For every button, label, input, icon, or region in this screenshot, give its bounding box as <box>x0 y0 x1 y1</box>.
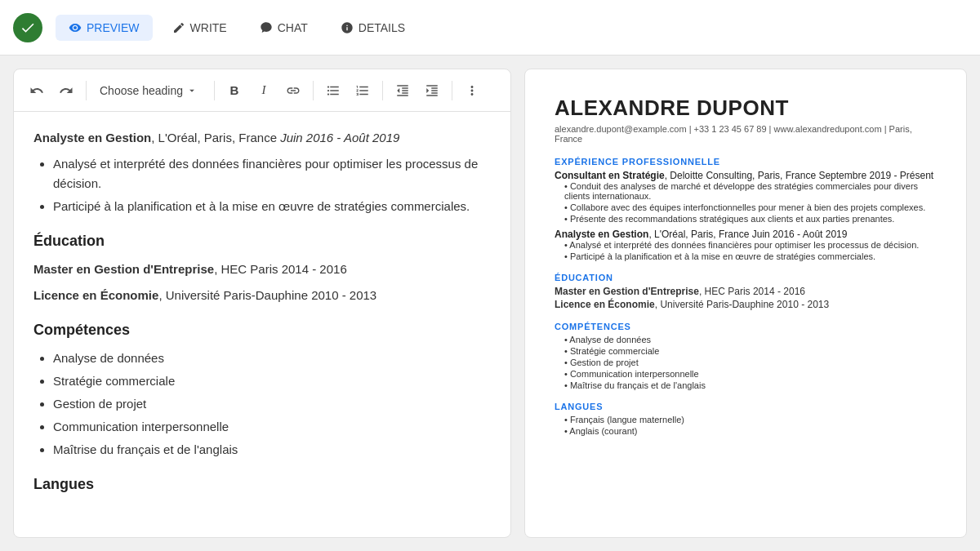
cv-bullet: Conduit des analyses de marché et dévelo… <box>555 181 937 201</box>
editor-content[interactable]: Analyste en Gestion, L'Oréal, Paris, Fra… <box>14 112 510 537</box>
indent-increase-icon <box>425 83 439 98</box>
unordered-list-icon <box>326 83 341 98</box>
top-navigation: PREVIEW WRITE CHAT DETAILS <box>0 0 980 56</box>
check-icon <box>20 20 36 36</box>
cv-skill: Analyse de données <box>555 335 937 344</box>
link-button[interactable] <box>280 78 306 104</box>
link-icon <box>286 83 301 98</box>
cv-edu-1: Master en Gestion d'Entreprise, HEC Pari… <box>555 286 937 297</box>
indent-increase-button[interactable] <box>419 78 445 104</box>
cv-job-rest-2: , L'Oréal, Paris, France Juin 2016 - Aoû… <box>648 229 847 240</box>
divider-5 <box>452 81 452 100</box>
competences-list: Analyse de données Stratégie commerciale… <box>53 349 491 460</box>
undo-button[interactable] <box>24 78 50 104</box>
degree2-rest: , Université Paris-Dauphine 2010 - 2013 <box>158 288 376 302</box>
cv-skill: Français (langue maternelle) <box>555 415 937 424</box>
cv-section-education: ÉDUCATION <box>555 273 937 282</box>
chat-tab[interactable]: CHAT <box>247 15 321 41</box>
divider-1 <box>86 81 87 100</box>
cv-edu-2: Licence en Économie, Université Paris-Da… <box>555 299 937 310</box>
list-item: Participé à la planification et à la mis… <box>53 197 491 216</box>
list-item: Stratégie commerciale <box>53 371 491 391</box>
list-item: Gestion de projet <box>53 394 491 414</box>
cv-bullet: Collabore avec des équipes interfonction… <box>555 202 937 212</box>
cv-bullet: Participé à la planification et à la mis… <box>555 251 937 261</box>
info-icon <box>341 21 354 34</box>
cv-job-rest-1: , Deloitte Consulting, Paris, France Sep… <box>665 170 934 181</box>
cv-bullet: Analysé et interprété des données financ… <box>555 240 937 250</box>
bold-button[interactable]: B <box>221 78 247 104</box>
redo-button[interactable] <box>53 78 79 104</box>
cv-skill: Gestion de projet <box>555 358 937 367</box>
competences-heading: Compétences <box>33 318 491 342</box>
italic-icon: I <box>262 83 266 97</box>
cv-edu-rest-1: , HEC Paris 2014 - 2016 <box>699 286 805 297</box>
cv-preview-panel: ALEXANDRE DUPONT alexandre.dupont@exampl… <box>524 69 967 538</box>
cv-bullet: Présente des recommandations stratégique… <box>555 214 937 224</box>
chevron-down-icon <box>186 85 198 96</box>
list-item: Communication interpersonnelle <box>53 417 491 437</box>
cv-section-experience: EXPÉRIENCE PROFESSIONNELLE <box>555 157 937 167</box>
cv-section-competences: COMPÉTENCES <box>555 322 937 331</box>
education-heading: Éducation <box>33 229 491 253</box>
list-item: Analyse de données <box>53 349 491 368</box>
cv-contact: alexandre.dupont@example.com | +33 1 23 … <box>555 124 937 144</box>
details-tab[interactable]: DETAILS <box>327 15 418 41</box>
cv-edu-bold-2: Licence en Économie <box>555 299 655 310</box>
editor-toolbar: Choose heading B I <box>14 69 510 112</box>
more-options-button[interactable] <box>459 78 485 104</box>
cv-job-bold-1: Consultant en Stratégie <box>555 170 665 181</box>
job-title: Analyste en Gestion <box>33 131 151 144</box>
ordered-list-icon <box>355 83 370 98</box>
write-tab[interactable]: WRITE <box>159 15 240 41</box>
list-item: Analysé et interprété des données financ… <box>53 154 491 193</box>
degree2-bold: Licence en Économie <box>33 288 158 302</box>
list-item: Maîtrise du français et de l'anglais <box>53 440 491 460</box>
cv-section-langues: LANGUES <box>555 402 937 411</box>
langues-heading: Langues <box>33 473 491 496</box>
cv-job-title-2: Analyste en Gestion, L'Oréal, Paris, Fra… <box>555 229 937 240</box>
italic-button[interactable]: I <box>251 78 277 104</box>
indent-decrease-button[interactable] <box>390 78 416 104</box>
cv-job-entry-2: Analyste en Gestion, L'Oréal, Paris, Fra… <box>555 229 937 261</box>
degree1: Master en Gestion d'Entreprise, HEC Pari… <box>33 260 491 279</box>
chat-icon <box>260 21 273 34</box>
cv-skill: Communication interpersonnelle <box>555 369 937 379</box>
pencil-icon <box>172 21 185 34</box>
chat-label: CHAT <box>278 21 308 34</box>
job-date: Juin 2016 - Août 2019 <box>280 131 399 144</box>
details-label: DETAILS <box>359 21 405 34</box>
main-content: Choose heading B I <box>0 56 980 551</box>
cv-name: ALEXANDRE DUPONT <box>555 96 937 121</box>
job-company: , L'Oréal, Paris, France <box>151 131 280 144</box>
cv-job-entry-1: Consultant en Stratégie, Deloitte Consul… <box>555 170 937 224</box>
bold-icon: B <box>230 83 239 97</box>
logo <box>13 13 42 42</box>
heading-select[interactable]: Choose heading <box>93 81 207 100</box>
divider-4 <box>382 81 383 100</box>
preview-label: PREVIEW <box>87 21 140 34</box>
more-icon <box>465 83 479 98</box>
cv-job-title-1: Consultant en Stratégie, Deloitte Consul… <box>555 170 937 181</box>
editor-panel: Choose heading B I <box>13 69 511 538</box>
cv-edu-rest-2: , Université Paris-Dauphine 2010 - 2013 <box>655 299 829 310</box>
degree1-rest: , HEC Paris 2014 - 2016 <box>214 262 347 276</box>
cv-job-bold-2: Analyste en Gestion <box>555 229 648 240</box>
degree2: Licence en Économie, Université Paris-Da… <box>33 286 491 305</box>
eye-icon <box>69 21 82 34</box>
unordered-list-button[interactable] <box>320 78 346 104</box>
divider-3 <box>313 81 314 100</box>
preview-tab[interactable]: PREVIEW <box>56 15 153 41</box>
ordered-list-button[interactable] <box>350 78 376 104</box>
indent-decrease-icon <box>395 83 410 98</box>
cv-edu-bold-1: Master en Gestion d'Entreprise <box>555 286 699 297</box>
job-bullets-list: Analysé et interprété des données financ… <box>53 154 491 216</box>
cv-skill: Maîtrise du français et de l'anglais <box>555 380 937 390</box>
cv-skill: Anglais (courant) <box>555 426 937 436</box>
degree1-bold: Master en Gestion d'Entreprise <box>33 262 214 276</box>
divider-2 <box>214 81 215 100</box>
job-header: Analyste en Gestion, L'Oréal, Paris, Fra… <box>33 128 491 148</box>
cv-skill: Stratégie commerciale <box>555 346 937 356</box>
write-label: WRITE <box>190 21 227 34</box>
heading-select-label: Choose heading <box>100 84 183 97</box>
